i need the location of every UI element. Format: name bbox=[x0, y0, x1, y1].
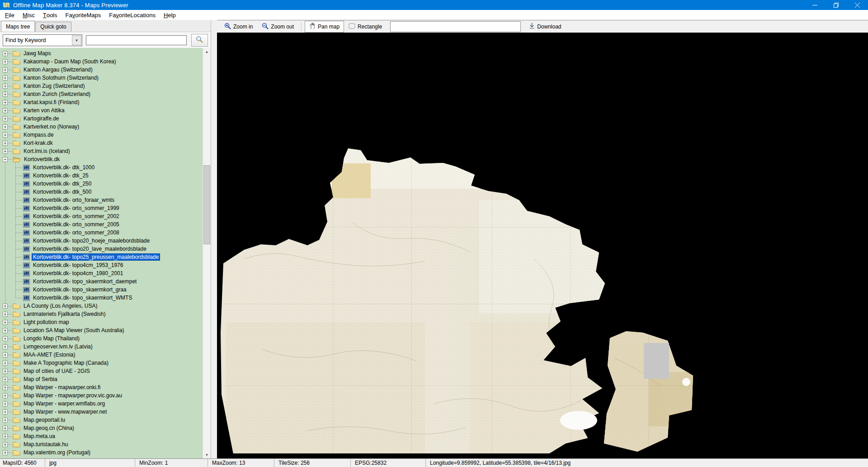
zoom-out-button[interactable]: Zoom out bbox=[257, 21, 298, 33]
menu-bar: FileMiscToolsFavoriteMapsFavoriteLocatio… bbox=[0, 10, 868, 20]
tree-connector bbox=[8, 94, 12, 95]
tree-item[interactable]: Kortoverblik.dk- orto_foraar_wmts bbox=[0, 196, 203, 204]
search-button[interactable] bbox=[191, 34, 208, 47]
map-layer-icon bbox=[23, 287, 30, 293]
tree-item[interactable]: Location SA Map Viewer (South Australia) bbox=[0, 326, 203, 334]
search-input[interactable] bbox=[86, 35, 187, 45]
tree-item[interactable]: Kartverket.no (Norway) bbox=[0, 123, 203, 131]
tree-item[interactable]: Map.meta.ua bbox=[0, 432, 203, 440]
tree-connector bbox=[8, 102, 12, 103]
tree-item[interactable]: MAA-AMET (Estonia) bbox=[0, 351, 203, 359]
tree-item[interactable]: Kort.lmi.is (Iceland) bbox=[0, 147, 203, 155]
tree-item[interactable]: Kortoverblik.dk- topo_skaermkort_graa bbox=[0, 286, 203, 294]
tree-item[interactable]: Kanton Solothurn (Switzerland) bbox=[0, 74, 203, 82]
tree-item[interactable]: Kortoverblik.dk- orto_sommer_2002 bbox=[0, 212, 203, 220]
menu-file[interactable]: File bbox=[1, 10, 19, 20]
tree-item-label: Kartverket.no (Norway) bbox=[22, 123, 80, 130]
rectangle-button[interactable]: Rectangle bbox=[344, 21, 387, 32]
tree-item[interactable]: Light pollution map bbox=[0, 318, 203, 326]
tree-connector bbox=[8, 322, 12, 323]
tree-item[interactable]: Kortoverblik.dk- orto_sommer_2008 bbox=[0, 229, 203, 237]
tree-item[interactable]: Kanton Aargau (Switzerland) bbox=[0, 66, 203, 74]
tree-item[interactable]: Kort-krak.dk bbox=[0, 139, 203, 147]
tree-item[interactable]: Kortoverblik.dk- orto_sommer_1999 bbox=[0, 204, 203, 212]
scroll-up-icon[interactable]: ▲ bbox=[203, 48, 211, 56]
tree-item[interactable]: Map Warper - mapwarper.onki.fi bbox=[0, 383, 203, 391]
tree-item[interactable]: Kortoverblik.dk- topo25_preussen_maalebo… bbox=[0, 253, 203, 261]
map-toolbar-input[interactable] bbox=[390, 21, 521, 32]
tree-item[interactable]: Kakaomap - Daum Map (South Korea) bbox=[0, 57, 203, 66]
tree-item[interactable]: Kanton Zurich (Switzerland) bbox=[0, 90, 203, 98]
zoom-in-button[interactable]: Zoom in bbox=[220, 21, 257, 33]
tree-item-label: Lantmateriets Fjallkarta (Swedish) bbox=[22, 310, 107, 318]
tree-connector bbox=[15, 233, 22, 233]
tree-scrollbar[interactable]: ▲ ▼ bbox=[203, 48, 211, 459]
tree-item[interactable]: Map.geoportail.lu bbox=[0, 416, 203, 424]
tree-connector bbox=[8, 306, 12, 306]
tree-item[interactable]: Map.turistautak.hu bbox=[0, 440, 203, 448]
tree-item[interactable]: Kortoverblik.dk- topo20_lave_maalebordsb… bbox=[0, 245, 203, 253]
tree-item[interactable]: Make A Topographic Map (Canada) bbox=[0, 359, 203, 367]
tree-item[interactable]: Kortoverblik.dk- dtk_250 bbox=[0, 180, 203, 188]
menu-tools[interactable]: Tools bbox=[39, 10, 61, 20]
tree-item[interactable]: Kartogiraffe.de bbox=[0, 114, 203, 123]
tree-connector bbox=[15, 257, 22, 257]
tree-item[interactable]: Kompass.de bbox=[0, 131, 203, 139]
tree-item[interactable]: Karten von Attika bbox=[0, 106, 203, 114]
tree-item[interactable]: Kortoverblik.dk- topo_skaermkort_daempet bbox=[0, 277, 203, 286]
tree-item-label: Light pollution map bbox=[22, 319, 71, 326]
tree-item[interactable]: Map Warper - www.mapwarper.net bbox=[0, 408, 203, 416]
tree-item[interactable]: Kanton Zug (Switzerland) bbox=[0, 82, 203, 90]
tree-item[interactable]: Kortoverblik.dk- orto_sommer_2005 bbox=[0, 220, 203, 229]
tab-maps-tree[interactable]: Maps tree bbox=[1, 21, 35, 32]
tree-item[interactable]: Lvmgeoserver.lvm.lv (Latvia) bbox=[0, 343, 203, 351]
tree-connector bbox=[15, 249, 22, 249]
tree-item[interactable]: Map of cities of UAE - 2GIS bbox=[0, 367, 203, 375]
tree-item[interactable]: Kartat.kapsi.fi (Finland) bbox=[0, 98, 203, 106]
tree-connector bbox=[15, 281, 22, 282]
download-button[interactable]: Download bbox=[524, 21, 566, 32]
menu-favoritemaps[interactable]: FavoriteMaps bbox=[61, 10, 105, 20]
tree-item[interactable]: Kortoverblik.dk- topo4cm_1953_1976 bbox=[0, 261, 203, 269]
close-button[interactable] bbox=[847, 0, 868, 10]
tree-item[interactable]: Jawg Maps bbox=[0, 49, 203, 57]
folder-icon bbox=[13, 392, 20, 399]
tree-item[interactable]: Map Warper - warper.wmflabs.org bbox=[0, 400, 203, 408]
tree-item[interactable]: Kortoverblik.dk- topo4cm_1980_2001 bbox=[0, 269, 203, 277]
tree-item[interactable]: LA County (Los Angeles, USA) bbox=[0, 302, 203, 310]
menu-help[interactable]: Help bbox=[160, 10, 180, 20]
tree-item[interactable]: Kortoverblik.dk bbox=[0, 155, 203, 163]
tab-quick-goto[interactable]: Quick goto bbox=[35, 22, 71, 32]
panel-divider bbox=[211, 20, 217, 459]
scrollbar-thumb[interactable] bbox=[203, 165, 210, 244]
maximize-button[interactable] bbox=[826, 0, 847, 10]
tree-item[interactable]: Lantmateriets Fjallkarta (Swedish) bbox=[0, 310, 203, 318]
pan-map-button[interactable]: Pan map bbox=[305, 21, 344, 33]
tree-item[interactable]: Longdo Map (Thailand) bbox=[0, 334, 203, 343]
minimize-button[interactable] bbox=[804, 0, 826, 10]
tree-item[interactable]: Kortoverblik.dk- topo_skaermkort_WMTS bbox=[0, 294, 203, 302]
tree-item[interactable]: Kortoverblik.dk- dtk_1000 bbox=[0, 163, 203, 172]
map-viewport[interactable] bbox=[217, 33, 868, 459]
tree-connector bbox=[15, 200, 22, 200]
tree-connector bbox=[8, 159, 12, 160]
tree-item[interactable]: Map.geoq.cn (China) bbox=[0, 424, 203, 432]
tree-connector bbox=[8, 420, 12, 420]
tree-connector bbox=[8, 371, 12, 372]
search-mode-dropdown[interactable]: Find by Keyword ▼ bbox=[3, 34, 82, 46]
menu-favoritelocations[interactable]: FavoriteLocations bbox=[105, 10, 160, 20]
map-layer-icon bbox=[23, 295, 30, 301]
folder-open-icon bbox=[13, 156, 21, 162]
search-mode-value: Find by Keyword bbox=[3, 37, 72, 43]
tree-item[interactable]: Map of Serbia bbox=[0, 375, 203, 383]
tree-item[interactable]: Map.valentim.org (Portugal) bbox=[0, 448, 203, 457]
tree-item[interactable]: Kortoverblik.dk- dtk_25 bbox=[0, 172, 203, 180]
menu-misc[interactable]: Misc bbox=[19, 10, 39, 20]
tree-item[interactable]: Map Warper - mapwarper.prov.vic.gov.au bbox=[0, 391, 203, 400]
folder-icon bbox=[13, 409, 20, 415]
scroll-down-icon[interactable]: ▼ bbox=[203, 451, 211, 459]
folder-icon bbox=[13, 99, 20, 105]
tree-item[interactable]: Kortoverblik.dk- dtk_500 bbox=[0, 188, 203, 196]
chevron-down-icon[interactable]: ▼ bbox=[72, 35, 81, 45]
tree-item[interactable]: Kortoverblik.dk- topo20_hoeje_maalebords… bbox=[0, 237, 203, 245]
